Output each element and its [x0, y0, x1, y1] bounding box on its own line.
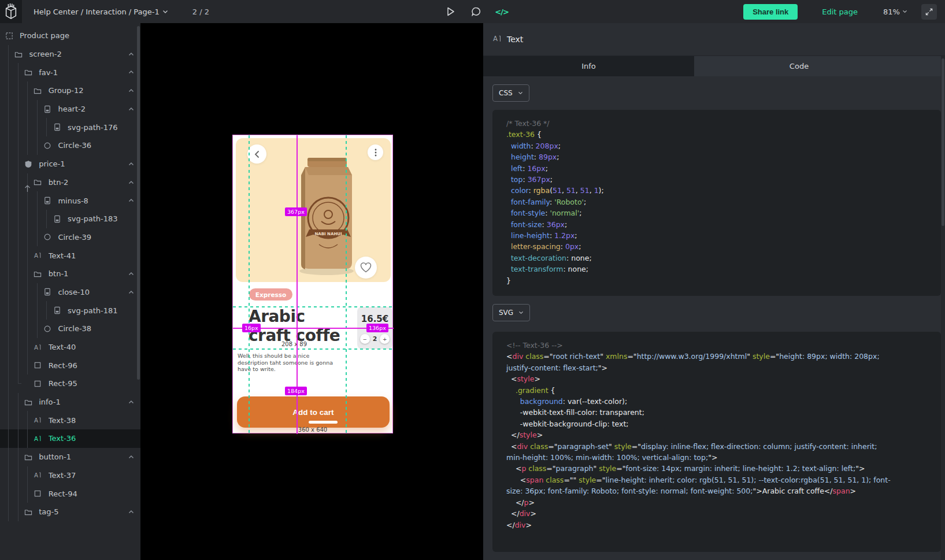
layer-label: Text-40 [49, 343, 140, 351]
layer-row-btn-1[interactable]: btn-1 [0, 265, 140, 283]
tree-indent-guide [27, 484, 28, 503]
play-button[interactable] [445, 6, 457, 17]
tree-indent-guide [8, 228, 9, 247]
chevron-down-icon [518, 311, 524, 314]
layer-row-heart-2[interactable]: heart-2 [0, 100, 140, 118]
chevron-up-icon[interactable] [128, 161, 135, 169]
chevron-up-icon[interactable] [128, 51, 135, 60]
tree-indent-guide [8, 191, 9, 210]
layer-row-text-41[interactable]: AText-41 [0, 246, 140, 265]
quantity-stepper: − 2 + [357, 334, 392, 344]
chevron-up-icon[interactable] [128, 197, 135, 206]
layer-row-rect-94[interactable]: Rect-94 [0, 484, 140, 503]
inspector-tabs: Info Code [483, 56, 945, 76]
svg-text:A: A [34, 472, 38, 479]
product-image-section: NABI NAHUI [236, 138, 391, 282]
layer-row-btn-2[interactable]: btn-2 [0, 173, 140, 192]
svg-text:A: A [34, 417, 38, 424]
logo-icon [3, 3, 18, 20]
text-icon: A [34, 251, 42, 260]
more-options-button[interactable] [368, 144, 383, 160]
app-logo[interactable] [0, 0, 22, 23]
css-code-block[interactable]: /* Text-36 */.text-36 { width: 208px; he… [492, 110, 941, 296]
code-line: top: 367px; [506, 174, 927, 185]
layer-row-rect-95[interactable]: Rect-95 [0, 374, 140, 393]
tab-code[interactable]: Code [694, 56, 904, 76]
tree-indent-guide [18, 118, 18, 136]
layer-row-text-40[interactable]: AText-40 [0, 338, 140, 357]
layer-row-tag-5[interactable]: tag-5 [0, 503, 140, 521]
inspector-header: A Text [483, 23, 945, 56]
chevron-up-icon[interactable] [128, 454, 135, 462]
artboard-size-label: 360 x 640 [233, 427, 392, 433]
layer-row-text-37[interactable]: AText-37 [0, 466, 140, 485]
design-canvas[interactable]: NABI NAHUI Expresso Arabic craft coffe [140, 23, 483, 560]
layer-row-price-1[interactable]: price-1 [0, 155, 140, 173]
layer-row-button-1[interactable]: button-1 [0, 448, 140, 466]
layer-row-svg-path-176[interactable]: svg-path-176 [0, 118, 140, 136]
tree-indent-guide [27, 338, 28, 357]
layer-row-text-36[interactable]: AText-36 [0, 429, 140, 448]
layer-label: info-1 [39, 398, 140, 406]
chevron-up-icon[interactable] [128, 289, 135, 298]
tree-indent-guide [18, 265, 18, 283]
minus-button[interactable]: − [360, 334, 370, 344]
panel-scrollbar-thumb[interactable] [942, 58, 944, 226]
panel-scrollbar[interactable] [941, 56, 945, 560]
tree-indent-guide [18, 338, 18, 357]
code-line: -webkit-background-clip: text; [506, 418, 927, 429]
chevron-up-icon[interactable] [128, 106, 135, 114]
share-link-button[interactable]: Share link [743, 4, 798, 20]
zoom-select[interactable]: 81% [883, 8, 907, 16]
layer-row-circle-39[interactable]: Circle-39 [0, 228, 140, 247]
code-line: .text-36 { [506, 129, 927, 140]
layer-row-fav-1[interactable]: fav-1 [0, 63, 140, 81]
chevron-up-icon[interactable] [128, 179, 135, 188]
code-line: size: 36px; font-family: Roboto; font-st… [506, 485, 927, 496]
code-line: </style> [506, 429, 927, 440]
layer-row-info-1[interactable]: info-1 [0, 393, 140, 411]
svg-language-select[interactable]: SVG [492, 304, 530, 321]
topbar-tools: </> [445, 6, 507, 17]
chevron-up-icon[interactable] [128, 270, 135, 279]
layer-row-svg-path-183[interactable]: svg-path-183 [0, 210, 140, 228]
plus-button[interactable]: + [380, 334, 390, 344]
comment-button[interactable] [470, 6, 482, 17]
chevron-up-icon[interactable] [128, 69, 135, 77]
layer-row-svg-path-181[interactable]: svg-path-181 [0, 301, 140, 320]
fullscreen-button[interactable] [921, 4, 937, 20]
layer-row-product page[interactable]: Product page [0, 27, 140, 45]
text-icon: A [34, 343, 42, 351]
code-line: <div class="paragraph-set" style="displa… [506, 441, 927, 452]
chevron-up-icon[interactable] [128, 509, 135, 517]
layer-row-circle-36[interactable]: Circle-36 [0, 136, 140, 155]
favorite-button[interactable] [355, 257, 377, 279]
layer-row-close-10[interactable]: close-10 [0, 283, 140, 302]
layer-label: Rect-96 [49, 361, 140, 370]
measure-badge-bottom: 184px [285, 387, 307, 395]
sidebar-scrollbar[interactable] [137, 26, 140, 380]
back-button[interactable] [247, 144, 266, 164]
home-indicator [309, 421, 338, 424]
circle-icon [43, 324, 51, 333]
layer-row-rect-96[interactable]: Rect-96 [0, 356, 140, 374]
svg-code-block[interactable]: <!-- Text-36 --><div class="root rich-te… [492, 332, 941, 552]
layer-row-circle-38[interactable]: Circle-38 [0, 320, 140, 338]
heart-icon [360, 262, 372, 273]
chevron-up-icon[interactable] [128, 399, 135, 407]
edit-page-link[interactable]: Edit page [822, 8, 858, 16]
tree-indent-guide [18, 100, 18, 118]
layer-row-minus-8[interactable]: minus-8 [0, 191, 140, 210]
layer-row-screen-2[interactable]: screen-2 [0, 45, 140, 64]
tree-indent-guide [8, 81, 9, 100]
chevron-up-icon[interactable] [128, 87, 135, 96]
tab-info[interactable]: Info [483, 56, 694, 76]
layer-tree: Product pagescreen-2fav-1Group-12heart-2… [0, 27, 140, 521]
css-language-select[interactable]: CSS [492, 84, 529, 102]
code-mode-button[interactable]: </> [496, 6, 507, 17]
layer-row-group-12[interactable]: Group-12 [0, 81, 140, 100]
layer-row-text-38[interactable]: AText-38 [0, 411, 140, 429]
tree-indent-guide [27, 265, 28, 283]
breadcrumb[interactable]: Help Center / Interaction / Page-1 [34, 8, 168, 16]
tree-indent-guide [8, 356, 9, 374]
